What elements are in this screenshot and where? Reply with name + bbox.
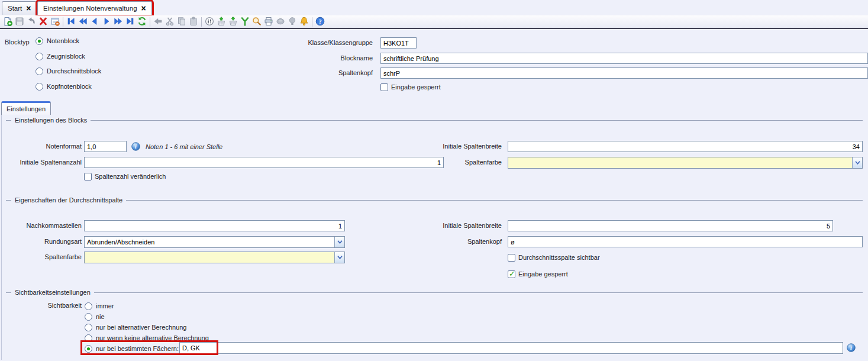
rundungsart-dropdown-button[interactable] (334, 237, 344, 247)
kopfnotenblock-radio-icon[interactable] (36, 83, 43, 91)
tab-einstellungen-close-icon[interactable]: × (141, 5, 146, 11)
radio-keine-alternative-berechnung[interactable]: nur wenn keine alternative Berechnung (85, 333, 209, 343)
radio-alternative-berechnung[interactable]: nur bei alternativer Berechnung (85, 323, 186, 332)
notenformat-input[interactable] (84, 141, 127, 152)
tab-einstellungen-section[interactable]: Einstellungen (1, 101, 51, 115)
spaltenfarbe-dropdown-button[interactable] (852, 157, 862, 168)
alternative-berechnung-radio-icon[interactable] (85, 324, 92, 331)
rundungsart-combo[interactable]: Abrunden/Abschneiden (84, 236, 345, 248)
blocktyp-label: Blocktyp (5, 37, 40, 47)
avg-spaltenfarbe-dropdown-button[interactable] (334, 252, 344, 263)
radio-nie[interactable]: nie (85, 312, 105, 321)
group-average-column-title: Eigenschaften der Durchschnittspalte (6, 196, 863, 204)
radio-notenblock[interactable]: Notenblock (36, 36, 79, 46)
group-average-column-title-text: Eigenschaften der Durchschnittspalte (15, 196, 122, 204)
radio-kopfnotenblock[interactable]: Kopfnotenblock (36, 82, 92, 91)
avg-spaltenfarbe-label: Spaltenfarbe (5, 252, 82, 262)
toolbar-button-help[interactable]: ? (314, 16, 326, 28)
toolbar-button-delete-record[interactable] (37, 16, 49, 28)
eingabe-gesperrt-avg[interactable]: Eingabe gesperrt (508, 269, 568, 279)
toolbar-button-hint-disabled (286, 16, 298, 28)
avg-spaltenkopf-input[interactable] (508, 236, 863, 247)
toolbar-button-new-record[interactable] (2, 16, 14, 28)
durchschnittsspalte-sichtbar-checkbox[interactable] (508, 254, 515, 262)
nachkommastellen-label: Nachkommastellen (5, 221, 82, 231)
toolbar-button-nav-next-fast[interactable] (112, 16, 124, 28)
toolbar-button-export-basket[interactable] (227, 16, 239, 28)
toolbar-button-cut (164, 16, 176, 28)
durchschnittsblock-radio-icon[interactable] (36, 67, 43, 75)
chevron-down-icon (855, 161, 860, 165)
zeugnisblock-radio-icon[interactable] (36, 53, 43, 60)
spaltenbreite-input[interactable] (508, 141, 863, 152)
toolbar-button-search[interactable] (251, 16, 263, 28)
toolbar-button-nav-prev[interactable] (89, 16, 101, 28)
toolbar-button-edit-dataset[interactable] (49, 16, 61, 28)
eingabe-gesperrt-header-checkbox[interactable] (380, 83, 388, 91)
tab-start[interactable]: Start × (2, 1, 37, 15)
toolbar-button-notification-bell[interactable] (298, 16, 310, 28)
spaltenkopf-label: Spaltenkopf (263, 68, 373, 78)
toolbar-button-import-basket[interactable] (215, 16, 227, 28)
toolbar-button-preferences[interactable] (204, 16, 215, 28)
durchschnittsspalte-sichtbar-label: Durchschnittsspalte sichtbar (518, 254, 600, 261)
tab-start-close-icon[interactable]: × (26, 5, 31, 11)
toolbar-button-merge[interactable] (239, 16, 251, 28)
toolbar-separator (63, 17, 63, 27)
sichtbarkeit-label: Sichtbarkeit (5, 301, 82, 311)
svg-text:?: ? (318, 18, 321, 24)
toolbar-button-print[interactable] (263, 16, 275, 28)
notenformat-info-icon[interactable]: i (131, 142, 140, 151)
nav-next-icon (102, 17, 111, 27)
faecher-info-icon[interactable]: i (847, 343, 856, 352)
eingabe-gesperrt-avg-checkbox[interactable] (508, 270, 515, 278)
spaltenbreite-label: Initiale Spaltenbreite (361, 141, 502, 152)
spaltenzahl-veraenderlich-checkbox[interactable] (84, 173, 92, 180)
toolbar-button-copy (176, 16, 188, 28)
klasse-label: Klasse/Klassengruppe (263, 38, 373, 48)
chevron-down-icon (337, 256, 343, 259)
tab-einstellungen-notenverwaltung[interactable]: Einstellungen Notenverwaltung × (37, 1, 152, 15)
notenblock-radio-icon[interactable] (36, 37, 43, 45)
spaltenfarbe-combo[interactable] (508, 157, 863, 169)
bestimmte-faecher-radio-icon[interactable] (85, 345, 92, 353)
immer-radio-icon[interactable] (85, 302, 92, 310)
eingabe-gesperrt-header[interactable]: Eingabe gesperrt (380, 82, 441, 92)
spaltenzahl-veraenderlich[interactable]: Spaltenzahl veränderlich (84, 172, 166, 181)
rundungsart-value: Abrunden/Abschneiden (87, 238, 154, 246)
radio-durchschnittsblock[interactable]: Durchschnittsblock (36, 66, 101, 76)
faecher-input[interactable] (179, 342, 843, 354)
toolbar-button-nav-last[interactable] (124, 16, 136, 28)
group-visibility-title: Sichtbarkeitseinstellungen (6, 288, 863, 296)
radio-bestimmte-faecher[interactable]: nur bei bestimmten Fächern: (85, 344, 179, 353)
radio-zeugnisblock[interactable]: Zeugnisblock (36, 51, 85, 61)
toolbar-button-nav-next[interactable] (101, 16, 112, 28)
refresh-icon (137, 17, 147, 27)
record-disabled-icon (276, 17, 285, 27)
blockname-input[interactable] (380, 53, 868, 64)
toolbar-button-save (14, 16, 25, 28)
keine-alternative-berechnung-radio-icon[interactable] (85, 334, 92, 342)
radio-immer[interactable]: immer (85, 301, 114, 311)
toolbar-button-refresh[interactable] (136, 16, 148, 28)
nachkommastellen-input[interactable] (84, 220, 345, 231)
nie-radio-icon[interactable] (85, 313, 92, 321)
alternative-berechnung-label: nur bei alternativer Berechnung (96, 324, 186, 331)
klasse-input[interactable] (380, 37, 417, 49)
spaltenzahl-veraenderlich-label: Spaltenzahl veränderlich (95, 173, 166, 180)
spaltenkopf-input[interactable] (380, 67, 868, 79)
durchschnittsspalte-sichtbar[interactable]: Durchschnittsspalte sichtbar (508, 253, 600, 262)
avg-spaltenfarbe-combo[interactable] (84, 252, 345, 263)
avg-spaltenbreite-label: Initiale Spaltenbreite (361, 221, 502, 231)
toolbar-button-nav-prev-fast[interactable] (77, 16, 89, 28)
toolbar-separator (312, 17, 312, 27)
help-icon: ? (315, 17, 325, 27)
toolbar-button-nav-first[interactable] (65, 16, 77, 28)
edit-dataset-icon (50, 17, 60, 27)
group-block-settings-title-text: Einstellungen des Blocks (15, 117, 87, 124)
group-visibility: Sichtbarkeitseinstellungen Sichtbarkeit … (0, 288, 868, 359)
avg-spaltenbreite-input[interactable] (508, 220, 833, 231)
durchschnittsblock-label: Durchschnittsblock (47, 67, 101, 75)
notification-bell-icon (299, 17, 309, 27)
back-icon (153, 17, 163, 27)
